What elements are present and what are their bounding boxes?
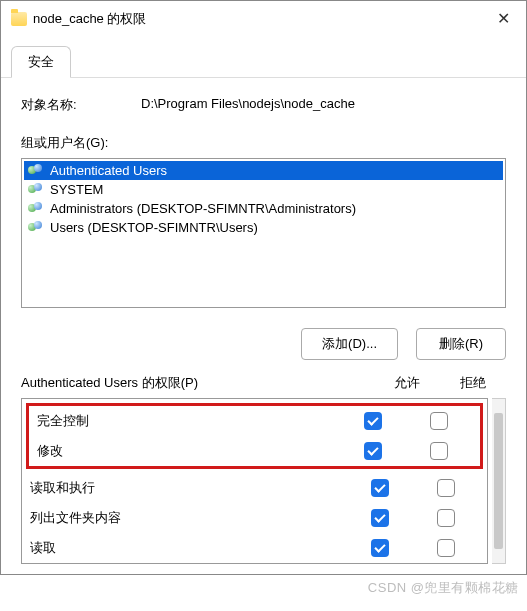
remove-button[interactable]: 删除(R) — [416, 328, 506, 360]
button-row: 添加(D)... 删除(R) — [21, 328, 506, 360]
deny-checkbox[interactable] — [437, 479, 455, 497]
tab-content: 对象名称: D:\Program Files\nodejs\node_cache… — [1, 78, 526, 574]
allow-column-header: 允许 — [374, 374, 440, 392]
permission-row: 读取和执行 — [22, 473, 487, 503]
permission-name: 修改 — [37, 442, 340, 460]
list-item-label: Users (DESKTOP-SFIMNTR\Users) — [50, 220, 258, 235]
list-item-label: SYSTEM — [50, 182, 103, 197]
permission-row: 修改 — [29, 436, 480, 466]
permissions-wrap: 完全控制修改读取和执行列出文件夹内容读取 — [21, 398, 506, 564]
allow-checkbox[interactable] — [364, 442, 382, 460]
list-item[interactable]: Users (DESKTOP-SFIMNTR\Users) — [24, 218, 503, 237]
permissions-title: Authenticated Users 的权限(P) — [21, 374, 374, 392]
deny-checkbox[interactable] — [437, 509, 455, 527]
allow-checkbox[interactable] — [371, 479, 389, 497]
allow-checkbox[interactable] — [371, 509, 389, 527]
scrollbar-thumb[interactable] — [494, 413, 503, 549]
permission-row: 完全控制 — [29, 406, 480, 436]
tab-security[interactable]: 安全 — [11, 46, 71, 78]
title-bar: node_cache 的权限 ✕ — [1, 1, 526, 36]
permission-row: 读取 — [22, 533, 487, 563]
permissions-listbox: 完全控制修改读取和执行列出文件夹内容读取 — [21, 398, 488, 564]
permission-name: 完全控制 — [37, 412, 340, 430]
users-icon — [28, 183, 46, 197]
users-icon — [28, 221, 46, 235]
list-item[interactable]: SYSTEM — [24, 180, 503, 199]
properties-dialog: node_cache 的权限 ✕ 安全 对象名称: D:\Program Fil… — [0, 0, 527, 575]
group-users-listbox[interactable]: Authenticated UsersSYSTEMAdministrators … — [21, 158, 506, 308]
deny-checkbox[interactable] — [430, 412, 448, 430]
permissions-scrollbar[interactable] — [492, 398, 506, 564]
deny-column-header: 拒绝 — [440, 374, 506, 392]
permission-highlight: 完全控制修改 — [26, 403, 483, 469]
list-item[interactable]: Authenticated Users — [24, 161, 503, 180]
allow-checkbox[interactable] — [371, 539, 389, 557]
allow-checkbox[interactable] — [364, 412, 382, 430]
add-button[interactable]: 添加(D)... — [301, 328, 398, 360]
object-name-label: 对象名称: — [21, 96, 141, 114]
close-button[interactable]: ✕ — [491, 7, 516, 30]
permission-name: 读取和执行 — [30, 479, 347, 497]
list-item-label: Authenticated Users — [50, 163, 167, 178]
watermark: CSDN @兜里有颗棉花糖 — [0, 575, 527, 601]
permission-name: 读取 — [30, 539, 347, 557]
list-item[interactable]: Administrators (DESKTOP-SFIMNTR\Administ… — [24, 199, 503, 218]
permission-name: 列出文件夹内容 — [30, 509, 347, 527]
list-item-label: Administrators (DESKTOP-SFIMNTR\Administ… — [50, 201, 356, 216]
object-name-value: D:\Program Files\nodejs\node_cache — [141, 96, 355, 114]
permissions-header: Authenticated Users 的权限(P) 允许 拒绝 — [21, 374, 506, 392]
users-icon — [28, 202, 46, 216]
object-name-row: 对象名称: D:\Program Files\nodejs\node_cache — [21, 96, 506, 114]
tab-strip: 安全 — [1, 36, 526, 78]
permission-row: 列出文件夹内容 — [22, 503, 487, 533]
group-users-label: 组或用户名(G): — [21, 134, 506, 152]
folder-icon — [11, 12, 27, 26]
users-icon — [28, 164, 46, 178]
window-title: node_cache 的权限 — [33, 10, 146, 28]
deny-checkbox[interactable] — [437, 539, 455, 557]
deny-checkbox[interactable] — [430, 442, 448, 460]
